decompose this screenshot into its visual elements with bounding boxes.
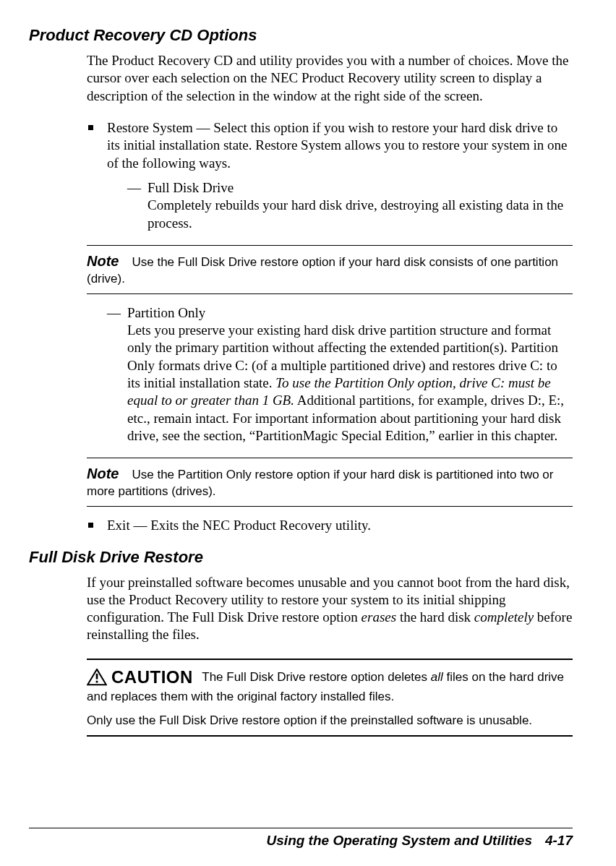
svg-rect-2 [96,681,98,683]
heading-product-recovery: Product Recovery CD Options [29,26,573,45]
svg-rect-1 [96,674,98,679]
body-block-2: — Partition Only Lets you preserve your … [87,304,573,445]
partition-title: Partition Only [127,305,205,320]
warning-triangle-icon [87,669,107,686]
note1-label: Note [87,253,119,269]
heading-full-disk-restore: Full Disk Drive Restore [29,548,573,567]
caution-para2: Only use the Full Disk Drive restore opt… [87,713,573,729]
note2-rule-bottom [87,506,573,507]
options-list-2: Exit — Exits the NEC Product Recovery ut… [87,517,573,534]
suboption-full-disk: — Full Disk Drive Completely rebuilds yo… [127,179,573,232]
note2: NoteUse the Partition Only restore optio… [87,464,573,500]
exit-text: Exit — Exits the NEC Product Recovery ut… [107,518,371,533]
suboption-partition-only: — Partition Only Lets you preserve your … [107,304,573,445]
full-disk-desc: Completely rebuilds your hard disk drive… [147,197,563,230]
footer-title: Using the Operating System and Utilities [267,833,532,848]
note1-text: Use the Full Disk Drive restore option i… [87,255,558,286]
note1-rule-bottom [87,293,573,294]
note2-label: Note [87,466,119,481]
note2-rule-top [87,458,573,458]
caution-rule-top [87,659,573,660]
note2-text: Use the Partition Only restore option if… [87,468,553,498]
footer-page-number: 4-17 [545,833,573,848]
option-exit: Exit — Exits the NEC Product Recovery ut… [87,517,573,534]
partition-desc: Lets you preserve your existing hard dis… [127,322,564,443]
footer-rule [29,828,573,828]
page: Product Recovery CD Options The Product … [0,0,616,866]
body-block-4: If your preinstalled software becomes un… [87,574,573,644]
option-restore-system: Restore System — Select this option if y… [87,119,573,232]
footer-text: Using the Operating System and Utilities… [29,833,573,849]
partition-only-body: Partition Only Lets you preserve your ex… [127,304,573,445]
dash-icon: — [127,179,141,197]
full-disk-title: Full Disk Drive [147,180,234,195]
note1: NoteUse the Full Disk Drive restore opti… [87,252,573,288]
intro-paragraph: The Product Recovery CD and utility prov… [87,52,573,105]
caution-word: CAUTION [111,666,193,689]
restore-system-text: Restore System — Select this option if y… [107,120,567,171]
full-disk-body: Full Disk Drive Completely rebuilds your… [147,179,573,232]
fdr-paragraph: If your preinstalled software becomes un… [87,574,573,644]
caution-header: CAUTION [87,666,193,689]
body-block-1: The Product Recovery CD and utility prov… [87,52,573,232]
note1-rule-top [87,245,573,246]
page-footer: Using the Operating System and Utilities… [29,828,573,849]
dash-icon: — [107,304,121,322]
caution-rule-bottom [87,735,573,737]
caution-block: CAUTION The Full Disk Drive restore opti… [87,666,573,729]
body-block-3: Exit — Exits the NEC Product Recovery ut… [87,517,573,534]
options-list: Restore System — Select this option if y… [87,119,573,232]
